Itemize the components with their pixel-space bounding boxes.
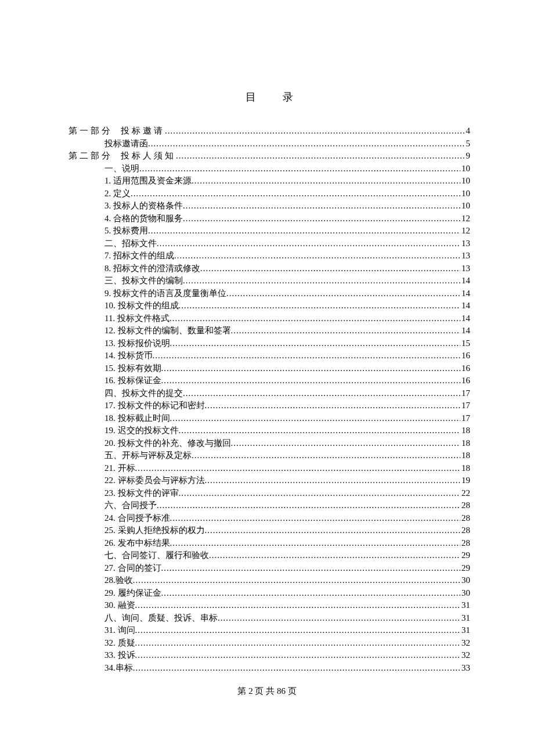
toc-entry: 三、投标文件的编制14 [68,275,470,287]
toc-entry: 1. 适用范围及资金来源10 [68,175,470,188]
toc-entry-leader [170,537,461,550]
toc-title: 目录 [68,90,470,104]
toc-entry-leader [183,275,460,287]
toc-entry-page: 14 [460,300,470,312]
toc-entry-prefix: 第二部分 [68,151,113,160]
toc-entry-page: 30 [460,574,470,587]
toc-entry-page: 33 [460,662,470,675]
toc-entry-leader [165,125,465,138]
toc-entry: 23. 投标文件的评审22 [68,487,470,500]
toc-entry-label: 19. 迟交的投标文件 [104,424,179,437]
toc-entry-label: 24. 合同授予标准 [104,512,170,525]
toc-entry: 16. 投标保证金16 [68,375,470,387]
toc-entry-leader [231,437,461,450]
toc-entry-leader [157,499,460,512]
toc-entry-page: 32 [460,637,470,650]
toc-entry-leader [153,350,461,362]
toc-entry-label: 12. 投标文件的编制、数量和签署 [104,325,231,337]
toc-entry-page: 17 [460,412,470,425]
toc-entry-page: 12 [460,225,470,237]
toc-entry-page: 10 [460,200,470,213]
toc-entry: 28.验收30 [68,574,470,587]
toc-entry-leader [157,237,460,250]
toc-entry-leader [135,624,461,637]
toc-entry-label: 31. 询问 [104,624,135,637]
toc-entry-leader [183,387,460,400]
toc-entry: 25. 采购人拒绝投标的权力28 [68,524,470,537]
toc-entry-label: 23. 投标文件的评审 [104,487,179,500]
toc-entry-page: 30 [460,587,470,600]
toc-entry-leader [161,587,461,600]
toc-entry-leader [135,649,461,662]
toc-entry: 31. 询问31 [68,624,470,637]
toc-entry-leader [133,662,460,675]
toc-entry: 14. 投标货币16 [68,350,470,362]
toc-entry-leader [161,375,461,387]
toc-entry-leader [183,213,460,225]
toc-entry-page: 22 [460,487,470,500]
toc-entry-label: 4. 合格的货物和服务 [104,213,183,225]
toc-entry-leader [161,562,461,575]
toc-entry: 27. 合同的签订29 [68,562,470,575]
toc-entry: 34.串标33 [68,662,470,675]
toc-entry: 13. 投标报价说明15 [68,337,470,350]
toc-entry-page: 9 [465,150,471,163]
toc-entry: 第一部分投标邀请 4 [68,125,470,138]
toc-entry-label: 18. 投标截止时间 [104,412,170,425]
toc-entry-leader [179,300,461,312]
toc-entry-leader [131,188,460,200]
toc-entry: 21. 开标18 [68,462,470,475]
toc-entry-leader [205,399,461,412]
toc-entry-leader [135,462,461,475]
toc-entry-label: 第一部分投标邀请 [68,125,165,138]
toc-entry-page: 31 [460,624,470,637]
toc-entry: 投标邀请函5 [68,138,470,150]
toc-entry-label: 14. 投标货币 [104,350,153,362]
toc-entry-leader [170,512,461,525]
toc-entry-label: 30. 融资 [104,599,135,612]
toc-entry-page: 10 [460,188,470,200]
toc-entry-label: 四、投标文件的提交 [104,387,183,400]
toc-entry: 8. 招标文件的澄清或修改13 [68,262,470,275]
toc-entry: 第二部分投标人须知 9 [68,150,470,163]
toc-entry-leader [192,175,460,188]
toc-entry-label: 六、合同授予 [104,499,157,512]
toc-entry: 四、投标文件的提交17 [68,387,470,400]
toc-entry-leader [183,200,460,213]
toc-entry-label: 32. 质疑 [104,637,135,650]
toc-entry-page: 29 [460,562,470,575]
toc-entry: 33. 投诉32 [68,649,470,662]
toc-entry: 19. 迟交的投标文件18 [68,424,470,437]
toc-entry-label: 11. 投标文件格式 [104,312,169,325]
toc-entry-leader [174,250,460,262]
toc-entry: 30. 融资31 [68,599,470,612]
toc-entry-page: 14 [460,312,470,325]
toc-entry-label: 三、投标文件的编制 [104,275,183,287]
toc-entry-page: 18 [460,449,470,462]
toc-entry-label: 八、询问、质疑、投诉、串标 [104,612,218,625]
toc-entry-label: 二、招标文件 [104,237,157,250]
toc-entry-label: 3. 投标人的资格条件 [104,200,183,213]
toc-entry-page: 16 [460,375,470,387]
toc-entry-label: 一、说明 [104,163,139,175]
toc-entry-label: 17. 投标文件的标记和密封 [104,399,205,412]
toc-entry-page: 10 [460,163,470,175]
toc-entry-page: 28 [460,537,470,550]
toc-entry-label: 7. 招标文件的组成 [104,250,174,262]
toc-entry-page: 18 [460,437,470,450]
toc-entry-label: 21. 开标 [104,462,135,475]
toc-entry-page: 14 [460,287,470,300]
toc-entry-leader [169,312,460,325]
toc-entry-leader [161,362,461,375]
toc-entry-page: 17 [460,387,470,400]
toc-entry-page: 16 [460,362,470,375]
toc-entry-leader [226,287,460,300]
toc-entry: 7. 招标文件的组成13 [68,250,470,262]
toc-entry-label: 9. 投标文件的语言及度量衡单位 [104,287,226,300]
toc-entry-leader [135,599,461,612]
toc-entry-label: 25. 采购人拒绝投标的权力 [104,524,205,537]
toc-entry: 26. 发布中标结果28 [68,537,470,550]
toc-entry-leader [170,337,461,350]
toc-entry-label: 10. 投标文件的组成 [104,300,179,312]
toc-entry-page: 18 [460,424,470,437]
